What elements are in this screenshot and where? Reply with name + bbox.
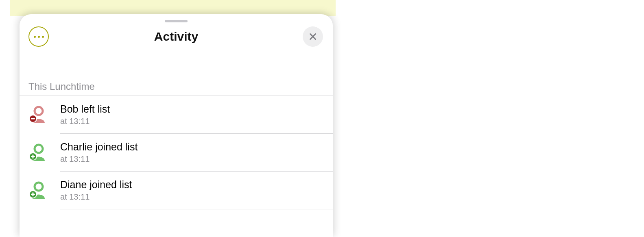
svg-rect-10 [33,192,34,196]
activity-title: Bob left list [60,103,110,115]
more-button[interactable] [28,26,49,47]
svg-rect-2 [31,118,35,120]
activity-time: at 13:11 [60,192,132,202]
svg-point-7 [35,183,43,191]
person-joined-icon [28,181,47,200]
ellipsis-icon [34,36,44,38]
svg-rect-6 [33,154,34,159]
activity-row[interactable]: Bob left list at 13:11 [20,96,333,133]
sheet-header: Activity [20,22,333,51]
section-header: This Lunchtime [20,51,333,96]
person-joined-icon [28,143,47,162]
activity-text: Bob left list at 13:11 [60,103,110,126]
svg-point-0 [35,107,43,115]
svg-point-3 [35,145,43,153]
activity-text: Diane joined list at 13:11 [60,179,132,202]
activity-time: at 13:11 [60,117,110,126]
activity-sheet: Activity This Lunchtime Bob left list at… [20,14,333,237]
activity-title: Diane joined list [60,179,132,191]
activity-title: Charlie joined list [60,141,138,153]
close-button[interactable] [303,26,323,47]
activity-row[interactable]: Charlie joined list at 13:11 [20,134,333,171]
backdrop-yellow [10,0,336,16]
person-left-icon [28,105,47,124]
close-icon [308,32,317,41]
sheet-title: Activity [154,30,198,43]
activity-text: Charlie joined list at 13:11 [60,141,138,164]
activity-time: at 13:11 [60,154,138,164]
row-divider [60,209,333,209]
activity-row[interactable]: Diane joined list at 13:11 [20,172,333,209]
